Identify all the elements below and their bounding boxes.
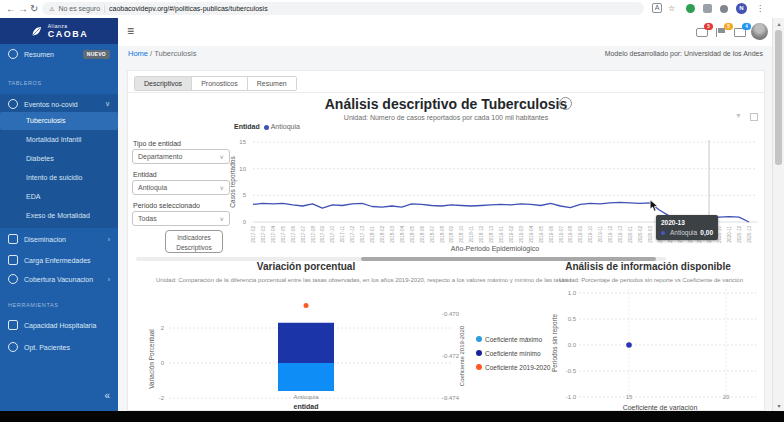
screen: ← → ↻ ⚠ No es seguro caobacovidepv.org/#… [0,0,784,422]
svg-text:20: 20 [723,394,730,400]
svg-text:Periodos sin reporte: Periodos sin reporte [551,314,559,373]
tipo-entidad-value: Departamento [138,153,182,160]
button-line1: Indicadores [177,234,211,241]
flag-icon [716,28,717,37]
sidebar-item-diseminacion[interactable]: Diseminacion › [0,230,118,248]
sidebar-item-exeso-de-mortalidad[interactable]: Exeso de Mortalidad [0,207,118,225]
sidebar-item-opt-pacientes[interactable]: Opt. Pacientes [0,338,118,356]
indicadores-descriptivos-button[interactable]: Indicadores Descriptivos [165,230,223,253]
entidad-select[interactable]: Antioquia∨ [132,180,230,195]
expand-icon[interactable] [750,113,758,121]
entidad-value: Antioquia [138,184,167,191]
tab-resumen[interactable]: Resumen [248,77,296,90]
chevron-right-icon: › [108,236,110,243]
bookmark-star-icon[interactable]: ☆ [668,1,675,17]
periodo-select[interactable]: Todas∨ [132,211,230,226]
sidebar-item-label: Capacidad Hospitalaria [24,322,96,329]
browser-forward-icon[interactable]: → [18,1,28,17]
svg-text:-0.5: -0.5 [566,368,577,374]
info-icon[interactable]: i [559,97,572,110]
tab-pronosticos[interactable]: Pronosticos [192,77,248,90]
sidebar-item-resumen[interactable]: Resumen NUEVO [0,45,118,63]
sidebar-item-diabetes[interactable]: Diabetes [0,150,118,168]
scatter-xaxis-title: Coeficiente de variación [549,404,771,411]
browser-url-bar[interactable]: ⚠ No es seguro caobacovidepv.org/#/polit… [42,2,644,15]
brand-logo[interactable]: Alianza CAOBA [0,18,118,44]
svg-text:2019-13: 2019-13 [618,226,623,243]
vertical-scrollbar-thumb[interactable] [775,30,782,165]
vertical-scrollbar[interactable]: ▴ ▾ [772,18,784,411]
page-subtitle: Unidad: Número de casos reportados por c… [128,114,764,121]
nuevo-badge: NUEVO [83,50,110,59]
browser-menu-dots-icon[interactable]: ⋮ [756,1,764,17]
svg-text:2019-07: 2019-07 [559,226,564,243]
sidebar-item-intento-de-suicidio[interactable]: Intento de suicidio [0,169,118,187]
sidebar-item-cobertura-vacunacion[interactable]: Cobertura Vacunacion › [0,270,118,288]
sidebar-item-label: Cobertura Vacunacion [24,276,93,283]
svg-text:2019-03: 2019-03 [519,226,524,243]
megaphone-icon [8,234,18,244]
svg-text:2018-04: 2018-04 [400,226,405,243]
svg-text:Coeficiente 2019-2020: Coeficiente 2019-2020 [459,325,465,386]
svg-text:2018-12: 2018-12 [479,226,484,243]
breadcrumb: Home / Tuberculosis [128,49,196,58]
svg-text:Antioquia: Antioquia [293,394,319,400]
sidebar-item-label: Opt. Pacientes [24,344,70,351]
sidebar-item-eventos-no-covid[interactable]: Eventos no-covid ∨ [0,95,118,113]
comments-button[interactable]: 5 [696,28,708,38]
svg-text:2017-05: 2017-05 [281,226,286,243]
svg-text:2020-13: 2020-13 [747,226,752,243]
sidebar-item-mortalidad-infantil[interactable]: Mortalidad Infantil [0,131,118,149]
svg-text:2017-04: 2017-04 [271,226,276,243]
sidebar-item-eda[interactable]: EDA [0,188,118,206]
clock-icon [8,99,18,109]
pin-extensions-icon[interactable] [720,5,728,13]
sidebar-item-label: Eventos no-covid [24,101,78,108]
svg-text:0: 0 [243,219,247,225]
browser-profile-avatar[interactable]: N [736,3,747,14]
svg-text:15: 15 [626,394,633,400]
tipo-entidad-select[interactable]: Departamento∨ [132,149,230,164]
variacion-bar-chart[interactable]: 20-2AntioquiaentidadVariación Porcentual… [146,289,561,413]
sidebar-item-tuberculosis[interactable]: Tuberculosis [0,112,118,130]
url-text: caobacovidepv.org/#/politicas-publicas/t… [109,5,268,12]
svg-text:1.0: 1.0 [568,290,577,296]
tab-divider [128,92,764,93]
svg-text:0.0: 0.0 [568,342,577,348]
messages-button[interactable]: 4 [734,28,746,38]
sidebar-item-carga-enfermedades[interactable]: Carga Enfermedades [0,251,118,269]
hamburger-icon[interactable]: ≡ [127,24,134,38]
security-label: No es seguro [58,5,100,12]
sidebar-item-label: Diseminacion [24,236,66,243]
flags-button[interactable]: 5 [716,28,728,38]
scroll-down-icon[interactable]: ▾ [773,402,784,409]
scroll-up-icon[interactable]: ▴ [773,20,784,27]
browser-back-icon[interactable]: ← [6,1,16,17]
developed-by-text: Modelo desarrollado por: Universidad de … [605,50,763,57]
flags-badge: 5 [724,23,733,30]
chart-tooltip: 2020-13 Antioquia 0,00 [656,215,718,240]
speedometer-icon [8,49,18,59]
extension-green-icon[interactable] [686,4,695,13]
breadcrumb-home-link[interactable]: Home [128,49,148,58]
brand-text: Alianza CAOBA [48,23,89,39]
svg-text:2019-11: 2019-11 [598,226,603,243]
svg-text:2020-02: 2020-02 [638,226,643,243]
breadcrumb-current: Tuberculosis [154,49,196,58]
svg-text:2019-06: 2019-06 [549,226,554,243]
extension-gray-icon[interactable] [703,4,712,13]
svg-text:entidad: entidad [294,403,319,410]
disponible-scatter-chart[interactable]: 1.00.50.0-0.5-1.01520Periodos sin report… [549,285,771,411]
sidebar-collapse-icon[interactable]: « [104,390,110,401]
filter-funnel-icon[interactable]: ▼ [735,112,742,119]
user-avatar[interactable] [751,23,768,40]
browser-refresh-icon[interactable]: ↻ [30,1,38,17]
translate-icon[interactable]: A [652,3,662,13]
chevron-down-icon: ∨ [105,100,110,108]
svg-text:2018-06: 2018-06 [420,226,425,243]
tab-descriptivos[interactable]: Descriptivos [135,77,192,90]
sidebar-item-capacidad-hospitalaria[interactable]: Capacidad Hospitalaria [0,316,118,334]
svg-text:2017-12: 2017-12 [350,226,355,243]
svg-text:2018-01: 2018-01 [370,226,375,243]
tooltip-series-name: Antioquia [670,229,697,236]
